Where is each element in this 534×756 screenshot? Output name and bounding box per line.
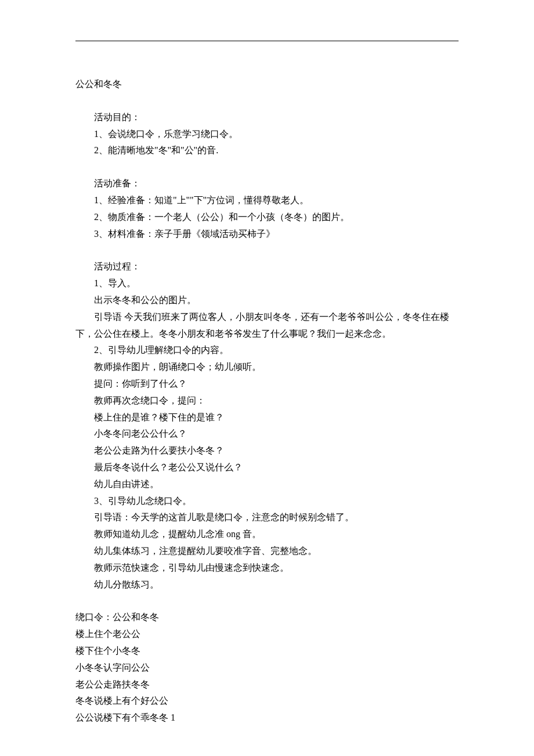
tongue-twister-line: 楼上住个老公公 — [75, 626, 459, 643]
process-line: 教师再次念绕口令，提问： — [75, 393, 459, 409]
process-line: 教师知道幼儿念，提醒幼儿念准 ong 音。 — [75, 526, 459, 543]
tongue-twister-line: 老公公走路扶冬冬 — [75, 676, 459, 693]
preparation-item: 3、材料准备：亲子手册《领域活动买柿子》 — [75, 226, 459, 243]
process-line: 2、引导幼儿理解绕口令的内容。 — [75, 342, 459, 359]
process-line: 幼儿分散练习。 — [75, 577, 459, 593]
process-line: 提问：你听到了什么？ — [75, 376, 459, 393]
process-line: 教师操作图片，朗诵绕口令；幼儿倾听。 — [75, 359, 459, 376]
process-line: 小冬冬问老公公什么？ — [75, 426, 459, 442]
section-process: 活动过程： 1、导入。 出示冬冬和公公的图片。 引导语 今天我们班来了两位客人，… — [75, 258, 459, 593]
process-line: 幼儿自由讲述。 — [75, 476, 459, 493]
objective-item: 1、会说绕口令，乐意学习绕口令。 — [75, 126, 459, 143]
section-heading: 活动目的： — [75, 109, 459, 126]
preparation-item: 1、经验准备：知道"上""下"方位词，懂得尊敬老人。 — [75, 192, 459, 209]
section-objectives: 活动目的： 1、会说绕口令，乐意学习绕口令。 2、能清晰地发"冬"和"公"的音. — [75, 109, 459, 159]
document-title: 公公和冬冬 — [75, 76, 459, 93]
process-line: 教师示范快速念，引导幼儿由慢速念到快速念。 — [75, 560, 459, 577]
tongue-twister-line: 小冬冬认字问公公 — [75, 660, 459, 676]
tongue-twister-block: 绕口令：公公和冬冬 楼上住个老公公 楼下住个小冬冬 小冬冬认字问公公 老公公走路… — [75, 609, 459, 726]
process-line: 最后冬冬说什么？老公公又说什么？ — [75, 459, 459, 476]
section-heading: 活动过程： — [75, 258, 459, 275]
process-line: 出示冬冬和公公的图片。 — [75, 292, 459, 309]
preparation-item: 2、物质准备：一个老人（公公）和一个小孩（冬冬）的图片。 — [75, 209, 459, 226]
process-line: 引导语：今天学的这首儿歌是绕口令，注意念的时候别念错了。 — [75, 509, 459, 526]
process-line: 幼儿集体练习，注意提醒幼儿要咬准字音、完整地念。 — [75, 543, 459, 560]
tongue-twister-line: 楼下住个小冬冬 — [75, 643, 459, 660]
process-line: 3、引导幼儿念绕口令。 — [75, 493, 459, 510]
section-preparation: 活动准备： 1、经验准备：知道"上""下"方位词，懂得尊敬老人。 2、物质准备：… — [75, 175, 459, 242]
tongue-twister-line: 绕口令：公公和冬冬 — [75, 609, 459, 626]
process-line: 楼上住的是谁？楼下住的是谁？ — [75, 409, 459, 426]
horizontal-rule — [75, 41, 459, 41]
section-heading: 活动准备： — [75, 175, 459, 192]
process-line: 老公公走路为什么要扶小冬冬？ — [75, 442, 459, 459]
process-line: 1、导入。 — [75, 275, 459, 292]
process-line: 引导语 今天我们班来了两位客人，小朋友叫冬冬，还有一个老爷爷叫公公，冬冬住在楼下… — [75, 309, 459, 343]
tongue-twister-line: 冬冬说楼上有个好公公 — [75, 693, 459, 710]
document-page: 公公和冬冬 活动目的： 1、会说绕口令，乐意学习绕口令。 2、能清晰地发"冬"和… — [0, 0, 534, 726]
objective-item: 2、能清晰地发"冬"和"公"的音. — [75, 142, 459, 159]
tongue-twister-line: 公公说楼下有个乖冬冬 1 — [75, 710, 459, 726]
